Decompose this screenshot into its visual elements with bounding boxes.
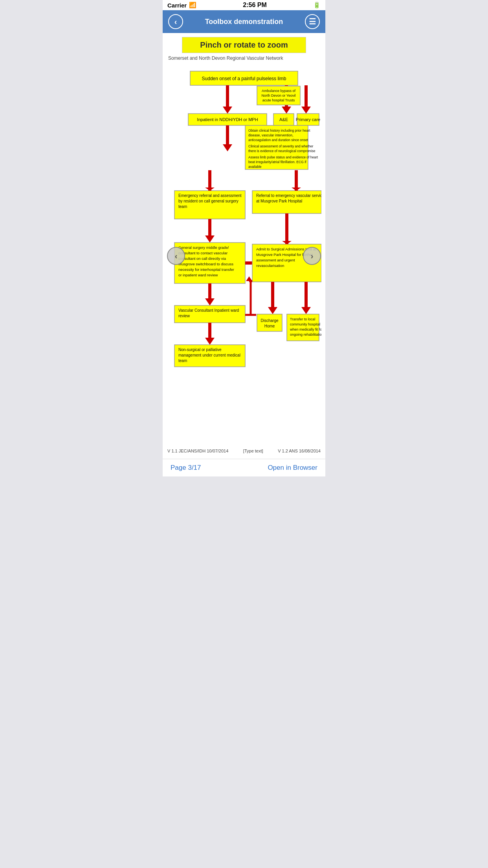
flowchart-svg: Sudden onset of a painful pulseless limb… [167,67,321,445]
bottom-bar: Page 3/17 Open in Browser [163,459,325,476]
svg-text:Clinical assessment of severit: Clinical assessment of severity and whet… [248,144,314,148]
svg-text:disease, vascular intervention: disease, vascular intervention, [248,133,293,137]
version-type: [Type text] [243,449,263,453]
svg-marker-3 [223,107,232,114]
svg-text:A&E: A&E [279,117,288,122]
version-row: V 1.1 JEC/ANS/IDH 10/07/2014 [Type text]… [167,449,321,453]
svg-marker-66 [205,338,215,345]
svg-text:‹: ‹ [175,252,178,260]
svg-text:assessment and urgent: assessment and urgent [256,258,295,262]
svg-text:acute hospital Trusts: acute hospital Trusts [262,98,295,102]
svg-text:Inpatient in NDDH/YDH or MPH: Inpatient in NDDH/YDH or MPH [197,117,258,122]
wifi-icon: 📶 [189,2,196,9]
svg-text:Ambulance bypass of: Ambulance bypass of [262,89,296,93]
svg-marker-72 [268,307,277,314]
svg-marker-74 [301,307,311,314]
svg-marker-19 [223,144,232,151]
svg-text:available: available [248,165,262,169]
svg-text:review: review [178,314,190,318]
zoom-hint: Pinch or rotate to zoom [182,37,306,53]
status-bar: Carrier 📶 2:56 PM 🔋 [163,0,325,10]
svg-text:Primary care: Primary care [296,117,320,122]
back-button[interactable]: ‹ [168,14,183,29]
svg-marker-41 [292,188,301,191]
version-2: V 1.2 ANS 16/08/2014 [278,449,321,453]
svg-marker-59 [282,241,292,244]
subtitle: Somerset and North Devon Regional Vascul… [167,55,321,61]
svg-text:Musgrove switchboard to discus: Musgrove switchboard to discuss [178,262,233,266]
svg-text:necessity for interhospital tr: necessity for interhospital transfer [178,267,234,272]
svg-text:Non-surgical or palliative: Non-surgical or palliative [178,348,222,352]
svg-text:Assess limb pulse status and e: Assess limb pulse status and evidence of… [248,155,318,159]
svg-marker-61 [205,298,215,305]
header-title: Toolbox demonstration [183,18,305,26]
svg-text:when medically fit for: when medically fit for [290,327,321,331]
svg-text:management under current medic: management under current medical [178,353,240,357]
svg-rect-75 [257,314,282,331]
svg-marker-86 [246,276,252,281]
page-info: Page 3/17 [171,464,201,472]
svg-text:team: team [178,359,187,363]
svg-text:Obtain clinical history includ: Obtain clinical history including prior … [248,129,310,132]
nav-header: ‹ Toolbox demonstration ☰ [163,10,325,33]
menu-button[interactable]: ☰ [305,14,320,29]
content-area: Pinch or rotate to zoom Somerset and Nor… [163,33,325,459]
svg-text:Home: Home [264,324,275,328]
svg-text:by resident on call general su: by resident on call general surgery [178,199,238,203]
svg-text:Vascular Consultant Inpatient : Vascular Consultant Inpatient ward [178,308,239,313]
svg-text:Emergency referral and assessm: Emergency referral and assessment [178,193,242,198]
svg-text:Discharge: Discharge [261,318,278,323]
status-right: 🔋 [313,2,321,9]
version-1: V 1.1 JEC/ANS/IDH 10/07/2014 [167,449,228,453]
svg-text:revascularisation: revascularisation [256,263,284,268]
status-time: 2:56 PM [243,2,266,9]
svg-text:there is evidence of neurologi: there is evidence of neurological compro… [248,149,316,153]
svg-text:Referral to emergency vascular: Referral to emergency vascular service [256,193,321,198]
svg-text:consultant to contact vascular: consultant to contact vascular [178,251,227,255]
svg-text:or inpatient ward review: or inpatient ward review [178,273,218,277]
svg-marker-43 [205,235,215,243]
svg-text:›: › [311,252,314,260]
svg-text:anticoagulation and duration s: anticoagulation and duration since onset [248,138,308,142]
svg-text:Transfer to local: Transfer to local [290,317,315,321]
svg-text:at Musgrove Park Hospital: at Musgrove Park Hospital [256,199,302,203]
svg-text:Sudden onset of a painful puls: Sudden onset of a painful pulseless limb [202,76,286,81]
svg-text:consultant on call directly vi: consultant on call directly via [178,256,226,261]
svg-text:community hospital: community hospital [290,322,320,326]
svg-marker-5 [282,107,291,114]
open-browser-button[interactable]: Open in Browser [268,464,317,472]
status-left: Carrier 📶 [167,2,196,9]
carrier-label: Carrier [167,2,187,9]
svg-text:ongoing rehabilitation: ongoing rehabilitation [290,333,321,337]
svg-text:team: team [178,204,187,209]
svg-text:General surgery middle grade/: General surgery middle grade/ [178,245,229,250]
svg-text:North Devon or Yeovil: North Devon or Yeovil [261,94,295,97]
svg-text:beat irregularity/atrial fibri: beat irregularity/atrial fibrillation. E… [248,160,306,164]
svg-marker-7 [301,107,311,114]
battery-icon: 🔋 [313,2,321,9]
svg-marker-36 [205,188,215,191]
